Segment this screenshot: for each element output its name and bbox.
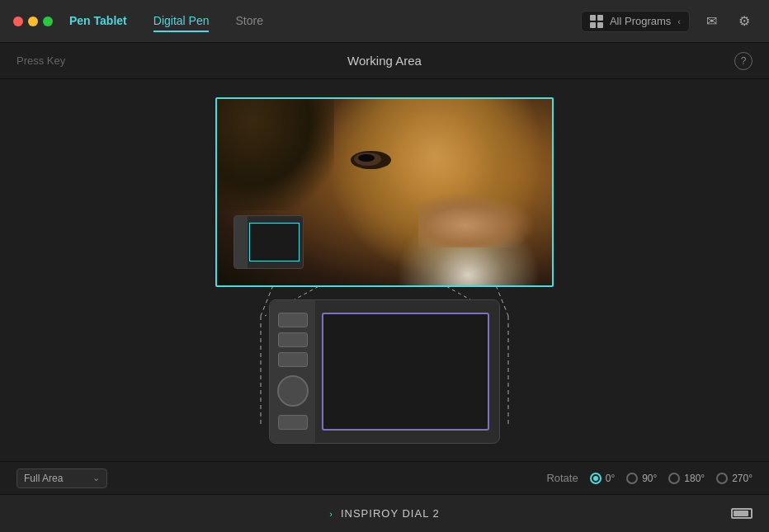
rotate-0-option[interactable]: 0°: [590, 473, 615, 484]
tablet-button-1[interactable]: [278, 313, 308, 327]
area-selector[interactable]: Full Area ⌄: [17, 468, 107, 488]
visualization-area: [104, 97, 665, 444]
tablet-button-4[interactable]: [278, 415, 308, 430]
device-chevron-icon: ›: [329, 509, 333, 519]
rotate-90-label: 90°: [642, 473, 657, 484]
rotate-180-radio[interactable]: [668, 473, 680, 484]
rotate-group: Rotate 0° 90° 180° 270°: [546, 472, 752, 484]
monitor-display: [215, 97, 554, 287]
traffic-lights: [13, 16, 53, 26]
main-content: [0, 79, 769, 461]
tablet-button-2[interactable]: [278, 332, 308, 347]
area-selector-label: Full Area: [24, 473, 87, 484]
monitor-tablet-thumbnail: [234, 215, 304, 269]
subheader: Press Key Working Area ?: [0, 43, 769, 79]
close-button[interactable]: [13, 16, 23, 26]
programs-chevron-icon: ‹: [677, 16, 681, 26]
programs-label: All Programs: [610, 15, 671, 27]
nav-tabs: Pen Tablet Digital Pen Store: [69, 11, 581, 32]
rotate-180-option[interactable]: 180°: [668, 473, 705, 484]
working-area-title: Working Area: [347, 54, 422, 68]
bottom-bar: › INSPIROY DIAL 2: [0, 494, 769, 532]
battery-icon: [731, 508, 752, 519]
tablet-device[interactable]: [269, 299, 500, 444]
tab-store[interactable]: Store: [235, 11, 262, 32]
rotate-label: Rotate: [546, 472, 578, 484]
rotate-90-option[interactable]: 90°: [626, 473, 657, 484]
rotate-0-radio[interactable]: [590, 473, 602, 484]
battery-fill: [734, 511, 748, 516]
bottom-toolbar: Full Area ⌄ Rotate 0° 90° 180° 270°: [0, 461, 769, 494]
titlebar: Pen Tablet Digital Pen Store All Program…: [0, 0, 769, 43]
battery-body: [731, 508, 752, 519]
tablet-side-panel: [270, 300, 315, 443]
tablet-active-area[interactable]: [322, 313, 489, 431]
rotate-0-label: 0°: [606, 473, 615, 484]
tablet-dial[interactable]: [277, 375, 309, 407]
mail-icon[interactable]: ✉: [700, 10, 723, 33]
maximize-button[interactable]: [43, 16, 53, 26]
area-selector-chevron-icon: ⌄: [92, 473, 100, 483]
rotate-180-label: 180°: [684, 473, 705, 484]
tablet-button-3[interactable]: [278, 352, 308, 367]
rotate-270-label: 270°: [732, 473, 752, 484]
device-name: INSPIROY DIAL 2: [341, 507, 440, 520]
programs-selector[interactable]: All Programs ‹: [581, 11, 690, 32]
rotate-270-option[interactable]: 270°: [716, 473, 752, 484]
minimize-button[interactable]: [28, 16, 38, 26]
rotate-90-radio[interactable]: [626, 473, 638, 484]
help-button[interactable]: ?: [734, 52, 752, 70]
grid-icon: [590, 15, 603, 28]
tab-pen-tablet[interactable]: Pen Tablet: [69, 11, 127, 32]
nav-right: All Programs ‹ ✉ ⚙: [581, 10, 756, 33]
settings-icon[interactable]: ⚙: [733, 10, 756, 33]
rotate-270-radio[interactable]: [716, 473, 728, 484]
tab-digital-pen[interactable]: Digital Pen: [153, 11, 210, 32]
press-key-label: Press Key: [17, 54, 65, 67]
